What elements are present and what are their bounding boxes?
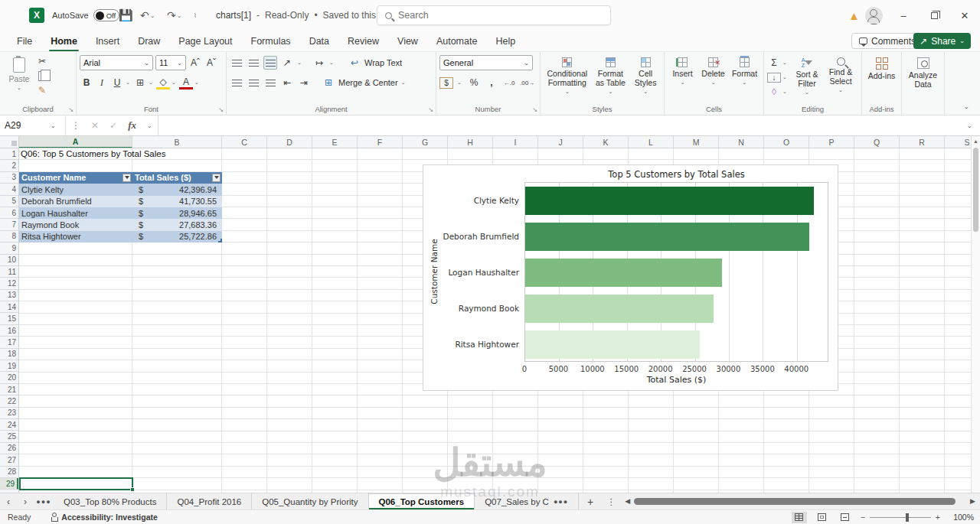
table-row[interactable]: Clytie Kelty$42,396.94 [19,184,222,195]
decrease-font-button[interactable]: Aˇ [204,56,218,70]
comma-style-button[interactable]: , [485,76,498,90]
addins-button[interactable]: Add-ins [865,54,898,102]
customer-name-cell[interactable]: Clytie Kelty [19,184,132,195]
vertical-scrollbar[interactable]: ▲ [971,136,980,493]
chevron-down-icon[interactable]: ⌄ [172,80,178,86]
column-header-m[interactable]: M [674,136,719,148]
chevron-down-icon[interactable]: ⌄ [194,80,201,86]
column-header-s[interactable]: S [945,136,971,148]
merge-center-button[interactable]: Merge & Center [338,78,398,87]
autosave-toggle[interactable]: Off [93,9,119,21]
ribbon-tab-file[interactable]: File [8,31,41,51]
sheet-tab-q05-quantity-by-priority[interactable]: Q05_Quantity by Priority [252,493,368,509]
wrap-text-label[interactable]: Wrap Text [364,58,402,67]
table-header-total-sales[interactable]: Total Sales ($) [132,172,222,184]
restore-button[interactable] [919,0,949,31]
cut-button[interactable]: ✂ [35,54,49,68]
row-header-24[interactable]: 24 [0,419,18,431]
minimize-button[interactable]: – [888,0,919,31]
row-header-7[interactable]: 7 [0,219,18,230]
row-header-28[interactable]: 28 [0,467,18,478]
autosum-button[interactable]: Σ [767,56,781,70]
column-header-j[interactable]: J [538,136,583,148]
column-header-p[interactable]: P [809,136,854,148]
row-header-1[interactable]: 1 [0,148,18,160]
chevron-down-icon[interactable]: ⌄ [149,80,155,86]
row-header-15[interactable]: 15 [0,313,18,324]
font-color-button[interactable]: A [179,76,193,90]
name-box-splitter[interactable]: ⋮ [66,120,86,131]
ribbon-tab-automate[interactable]: Automate [427,31,487,51]
sort-filter-button[interactable]: AZ Sort & Filter⌄ [790,54,824,102]
column-header-d[interactable]: D [267,136,312,148]
autosave-control[interactable]: AutoSave Off [52,0,119,31]
row-header-6[interactable]: 6 [0,207,18,219]
percent-style-button[interactable]: % [467,76,481,90]
customer-name-cell[interactable]: Ritsa Hightower [19,231,132,242]
clipboard-dialog-launcher[interactable]: ↘ [68,106,74,113]
column-header-a[interactable]: A [19,136,132,148]
table-row[interactable]: Deborah Brumfield$41,730.55 [19,196,222,207]
row-header-16[interactable]: 16 [0,325,18,337]
ribbon-tab-view[interactable]: View [388,31,427,51]
zoom-track[interactable] [870,517,931,518]
insert-function-button[interactable]: fx [122,119,142,132]
table-resize-handle[interactable] [218,239,222,242]
sheet-options-button[interactable]: ⋮ [602,493,620,509]
row-header-21[interactable]: 21 [0,384,18,395]
align-center-button[interactable] [247,76,260,90]
column-header-r[interactable]: R [900,136,945,148]
more-sheets-icon[interactable]: ●●● [554,498,568,506]
total-sales-cell[interactable]: $25,722.86 [132,231,222,242]
row-header-14[interactable]: 14 [0,301,18,313]
fill-button[interactable]: ↓ [767,73,781,83]
sheet-tab-q06-top-customers[interactable]: Q06_Top Customers [369,493,475,509]
page-break-view-button[interactable] [838,512,853,523]
column-header-o[interactable]: O [764,136,809,148]
search-input[interactable] [398,10,590,21]
page-layout-view-button[interactable] [815,512,830,523]
row-header-26[interactable]: 26 [0,443,18,454]
column-header-e[interactable]: E [312,136,358,148]
orientation-button[interactable]: ↗ [280,56,294,70]
excel-logo-icon[interactable]: X [29,0,44,31]
horizontal-scrollbar[interactable]: ◀ ▶ [625,496,975,506]
font-size-combo[interactable]: 11⌄ [155,55,186,70]
increase-indent-button[interactable]: ⇥ [297,76,311,90]
row-header-9[interactable]: 9 [0,242,18,254]
conditional-formatting-button[interactable]: Conditional Formatting⌄ [544,54,591,102]
save-button[interactable]: 💾 [119,0,133,31]
bold-button[interactable]: B [80,76,93,90]
row-header-2[interactable]: 2 [0,160,18,171]
row-header-17[interactable]: 17 [0,337,18,348]
row-header-4[interactable]: 4 [0,184,18,195]
column-header-i[interactable]: I [493,136,538,148]
column-header-g[interactable]: G [403,136,448,148]
align-middle-button[interactable] [247,56,260,70]
ribbon-tab-draw[interactable]: Draw [129,31,169,51]
chart-bar[interactable] [525,187,814,215]
filter-dropdown-button[interactable] [122,174,131,182]
decrease-decimal-button[interactable]: .00→ [520,76,534,90]
fill-color-button[interactable]: ◇ [156,76,170,90]
prev-sheet-button[interactable]: ‹ [0,493,17,509]
chart-bar[interactable] [525,259,722,287]
ribbon-tab-review[interactable]: Review [338,31,388,51]
row-header-27[interactable]: 27 [0,454,18,466]
ribbon-tab-data[interactable]: Data [300,31,338,51]
copy-button[interactable] [35,69,49,83]
decrease-indent-button[interactable]: ⇤ [280,76,294,90]
find-select-button[interactable]: Find & Select⌄ [824,54,858,102]
normal-view-button[interactable] [792,512,807,523]
vertical-scroll-thumb[interactable] [973,148,978,232]
align-right-button[interactable] [263,76,277,90]
row-header-8[interactable]: 8 [0,231,18,242]
row-header-5[interactable]: 5 [0,196,18,207]
zoom-slider[interactable]: − + [861,513,940,522]
italic-button[interactable]: I [95,76,109,90]
ribbon-tab-home[interactable]: Home [41,31,87,51]
alignment-dialog-launcher[interactable]: ↘ [428,106,433,113]
zoom-level[interactable]: 100% [948,513,974,522]
zoom-thumb[interactable] [906,513,909,522]
chevron-down-icon[interactable]: ⌄ [457,80,463,86]
